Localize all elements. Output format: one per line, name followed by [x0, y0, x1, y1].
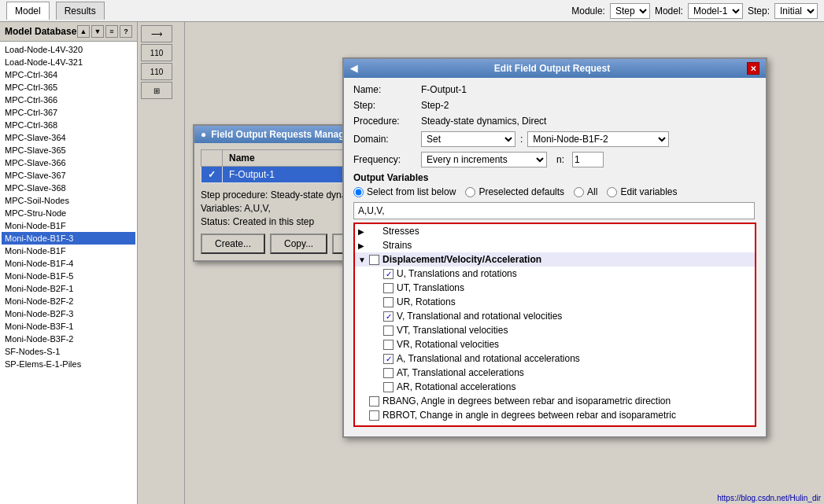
- radio-row: Select from list below Preselected defau…: [353, 186, 756, 197]
- manager-title-text: Field Output Requests Manager: [211, 129, 353, 140]
- tree-item[interactable]: Moni-Node-B2F-2: [2, 295, 135, 307]
- vars-input[interactable]: [353, 202, 755, 219]
- tree-node[interactable]: AR, Rotational accelerations: [355, 380, 755, 394]
- node-label: U, Translations and rotations: [397, 268, 517, 279]
- vars-tree[interactable]: ▶Stresses▶Strains▼Displacement/Velocity/…: [353, 223, 756, 427]
- radio-edit-vars[interactable]: Edit variables: [607, 186, 677, 197]
- radio-all[interactable]: All: [574, 186, 597, 197]
- bottom-url: https://blog.csdn.net/Hulin_dir: [714, 492, 824, 504]
- domain-select[interactable]: Set: [421, 131, 515, 147]
- tree-item[interactable]: Moni-Node-B2F-1: [2, 282, 135, 295]
- node-checkbox[interactable]: [383, 326, 394, 336]
- node-checkbox[interactable]: [383, 283, 394, 293]
- tree-item[interactable]: Moni-Node-B1F-5: [2, 270, 135, 282]
- tree-node[interactable]: ▶Strains: [355, 238, 755, 252]
- panel-opt-btn[interactable]: ≡: [105, 25, 118, 38]
- node-checkbox[interactable]: [369, 410, 379, 421]
- n-input[interactable]: [572, 152, 604, 167]
- toolbar-btn-4[interactable]: ⊞: [141, 82, 172, 99]
- output-vars-title: Output Variables: [353, 172, 756, 183]
- center-toolbar: ⟶ 110 110 ⊞: [138, 22, 185, 504]
- close-button[interactable]: ✕: [747, 62, 759, 75]
- tree-item[interactable]: MPC-Stru-Node: [2, 207, 135, 219]
- tree-item[interactable]: Moni-Node-B1F: [2, 245, 135, 257]
- node-checkbox[interactable]: [369, 396, 379, 407]
- radio-preselected[interactable]: Preselected defaults: [465, 186, 564, 197]
- model-tree[interactable]: Load-Node-L4V-320Load-Node-L4V-321MPC-Ct…: [0, 42, 137, 504]
- tree-node[interactable]: VR, Rotational velocities: [355, 337, 755, 351]
- edit-title-text: Edit Field Output Request: [494, 63, 610, 74]
- edit-step-label: Step:: [353, 100, 416, 111]
- node-checkbox[interactable]: ✓: [383, 311, 394, 322]
- toolbar-btn-2[interactable]: 110: [141, 44, 172, 61]
- tree-item[interactable]: MPC-Slave-367: [2, 169, 135, 182]
- tree-item[interactable]: MPC-Ctrl-364: [2, 68, 135, 81]
- tree-item[interactable]: Moni-Node-B1F-3: [2, 232, 135, 245]
- tree-item[interactable]: SP-Elems-E-1-Piles: [2, 358, 135, 370]
- tree-item[interactable]: MPC-Slave-366: [2, 156, 135, 169]
- node-checkbox[interactable]: ✓: [383, 269, 394, 279]
- domain-row: Domain: Set : Moni-Node-B1F-2: [353, 131, 756, 147]
- node-label: V, Translational and rotational velociti…: [397, 311, 562, 322]
- node-checkbox[interactable]: [383, 382, 394, 392]
- tree-node[interactable]: AT, Translational accelerations: [355, 366, 755, 380]
- tree-item[interactable]: MPC-Slave-368: [2, 182, 135, 194]
- tree-item[interactable]: MPC-Slave-365: [2, 144, 135, 156]
- tree-node[interactable]: ✓U, Translations and rotations: [355, 267, 755, 281]
- tree-node[interactable]: RBANG, Angle in degrees between rebar an…: [355, 394, 755, 408]
- toolbar-btn-3[interactable]: 110: [141, 63, 172, 80]
- tree-item[interactable]: Load-Node-L4V-320: [2, 43, 135, 56]
- radio-select-list[interactable]: Select from list below: [353, 186, 456, 197]
- tree-item[interactable]: MPC-Ctrl-366: [2, 94, 135, 106]
- domain-set-select[interactable]: Moni-Node-B1F-2: [527, 131, 669, 147]
- tree-item[interactable]: Moni-Node-B1F-4: [2, 257, 135, 270]
- module-select[interactable]: Step: [610, 3, 650, 19]
- node-checkbox[interactable]: ✓: [383, 354, 394, 364]
- tree-item[interactable]: Moni-Node-B2F-3: [2, 307, 135, 320]
- tree-node[interactable]: ▶Forces/Reactions: [355, 422, 755, 427]
- tree-item[interactable]: MPC-Ctrl-368: [2, 119, 135, 131]
- node-label: AR, Rotational accelerations: [397, 381, 515, 392]
- node-checkbox[interactable]: [369, 255, 379, 265]
- tab-results[interactable]: Results: [56, 2, 105, 20]
- tree-item[interactable]: SF-Nodes-S-1: [2, 345, 135, 358]
- tree-node[interactable]: RBROT, Change in angle in degrees betwee…: [355, 408, 755, 422]
- edit-dialog-title: ◀ Edit Field Output Request ✕: [344, 59, 766, 78]
- node-label: Strains: [382, 240, 412, 251]
- panel-down-btn[interactable]: ▼: [91, 25, 104, 38]
- node-checkbox[interactable]: [383, 368, 394, 378]
- panel-up-btn[interactable]: ▲: [77, 25, 90, 38]
- manager-icon: ●: [201, 129, 206, 140]
- frequency-select[interactable]: Every n increments: [421, 152, 547, 167]
- node-checkbox[interactable]: [383, 297, 394, 307]
- step-select[interactable]: Initial: [774, 3, 818, 19]
- tree-node[interactable]: UR, Rotations: [355, 295, 755, 309]
- col-name: Name: [223, 150, 355, 167]
- copy-button[interactable]: Copy...: [270, 234, 327, 254]
- edit-title-arrow: ◀: [350, 63, 357, 74]
- tree-item[interactable]: Moni-Node-B1F: [2, 219, 135, 232]
- tree-node[interactable]: ▼Displacement/Velocity/Acceleration: [355, 252, 755, 267]
- tree-node[interactable]: ▶Stresses: [355, 224, 755, 238]
- panel-info-btn[interactable]: ?: [120, 25, 132, 38]
- toolbar-btn-1[interactable]: ⟶: [141, 25, 172, 42]
- node-checkbox[interactable]: [383, 340, 394, 350]
- procedure-value: Steady-state dynamics, Direct: [421, 116, 546, 127]
- tree-item[interactable]: MPC-Soil-Nodes: [2, 194, 135, 207]
- panel-title: Model Database: [5, 26, 76, 37]
- create-button[interactable]: Create...: [201, 234, 265, 254]
- tree-item[interactable]: MPC-Slave-364: [2, 131, 135, 144]
- tree-node[interactable]: ✓A, Translational and rotational acceler…: [355, 351, 755, 366]
- tree-node[interactable]: VT, Translational velocities: [355, 323, 755, 337]
- tree-node[interactable]: ✓V, Translational and rotational velocit…: [355, 309, 755, 323]
- tree-item[interactable]: Load-Node-L4V-321: [2, 56, 135, 68]
- name-row: Name: F-Output-1: [353, 84, 756, 95]
- left-panel: Model Database ▲ ▼ ≡ ? Load-Node-L4V-320…: [0, 22, 138, 504]
- tree-item[interactable]: MPC-Ctrl-365: [2, 81, 135, 94]
- tab-model[interactable]: Model: [6, 2, 50, 20]
- tree-item[interactable]: Moni-Node-B3F-2: [2, 333, 135, 345]
- model-select[interactable]: Model-1: [688, 3, 743, 19]
- tree-node[interactable]: UT, Translations: [355, 281, 755, 295]
- tree-item[interactable]: MPC-Ctrl-367: [2, 106, 135, 119]
- tree-item[interactable]: Moni-Node-B3F-1: [2, 320, 135, 333]
